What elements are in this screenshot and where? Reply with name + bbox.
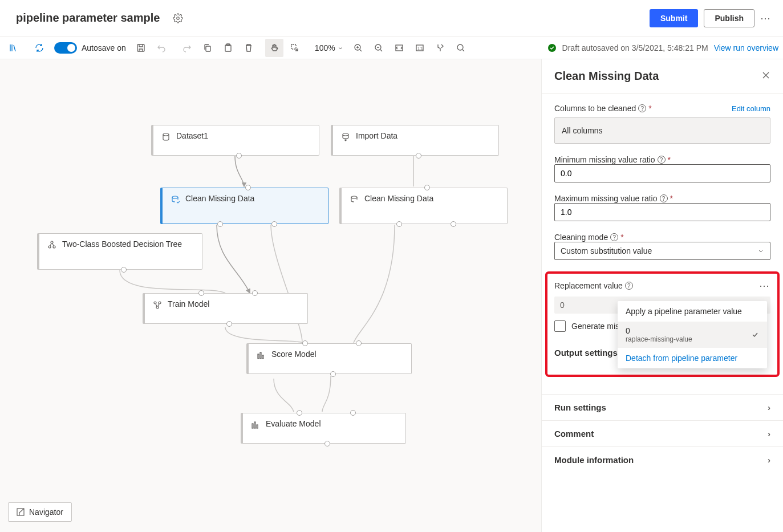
success-icon [547,43,557,52]
zoom-out-icon[interactable] [370,39,388,57]
pan-icon[interactable] [265,39,283,57]
autolayout-icon[interactable] [431,39,449,57]
columns-label: Columns to be cleaned ? * [554,104,652,113]
chevron-right-icon: › [768,403,770,412]
node-clean-missing-2[interactable]: Clean Missing Data [339,188,508,224]
navigator-icon [17,508,25,516]
chevron-right-icon: › [768,455,770,465]
cleanup-icon [171,195,180,206]
run-settings-section[interactable]: Run settings › [542,394,783,420]
cleaning-mode-select[interactable]: Custom substitution value [554,242,770,260]
help-icon[interactable]: ? [610,233,618,241]
help-icon[interactable]: ? [658,156,666,164]
panel-title: Clean Missing Data [554,70,659,83]
submit-button[interactable]: Submit [650,9,698,27]
properties-panel: Clean Missing Data Columns to be cleaned… [541,59,783,532]
zoom-level[interactable]: 100% [311,43,347,52]
gear-icon[interactable] [169,9,187,27]
detach-link[interactable]: Detach from pipeline parameter [618,348,767,368]
edit-column-link[interactable]: Edit column [732,104,770,113]
svg-rect-5 [291,44,296,49]
svg-rect-1 [137,44,144,51]
help-icon[interactable]: ? [625,282,633,290]
comment-section[interactable]: Comment › [542,420,783,446]
max-ratio-label: Maximum missing value ratio ? * [554,194,770,203]
replacement-label: Replacement value ? [554,281,633,290]
import-icon [341,132,350,143]
node-clean-missing-1[interactable]: Clean Missing Data [160,188,328,224]
delete-icon[interactable] [240,39,258,57]
autosave-label: Autosave on [82,43,126,52]
svg-point-15 [172,196,178,198]
svg-point-14 [343,133,348,136]
navigator-button[interactable]: Navigator [8,502,72,522]
actual-size-icon[interactable]: 1:1 [411,39,429,57]
svg-rect-3 [225,45,231,51]
popup-header: Apply a pipeline parameter value [618,301,767,322]
node-train-model[interactable]: Train Model [143,293,308,324]
svg-point-13 [163,133,169,136]
search-icon[interactable] [452,39,470,57]
help-icon[interactable]: ? [638,104,646,112]
max-ratio-input[interactable] [554,203,770,221]
generate-missing-label: Generate miss [571,322,623,331]
fit-icon[interactable] [390,39,408,57]
node-evaluate-model[interactable]: Evaluate Model [241,413,406,444]
columns-value: All columns [554,117,770,144]
svg-point-22 [156,306,159,308]
svg-rect-23 [258,354,259,359]
tree-icon [47,241,56,251]
score-icon [257,351,266,362]
svg-rect-26 [252,424,253,428]
help-icon[interactable]: ? [660,194,668,202]
node-score-model[interactable]: Score Model [246,343,412,374]
svg-rect-28 [257,425,258,428]
publish-button[interactable]: Publish [704,9,754,27]
select-icon[interactable] [286,39,304,57]
svg-point-18 [48,246,51,248]
node-bdt[interactable]: Two-Class Boosted Decision Tree [37,233,202,270]
train-icon [153,300,162,311]
autosave-status: Draft autosaved on 3/5/2021, 5:48:21 PM [562,43,708,52]
undo-icon[interactable] [152,39,171,57]
parameter-popup: Apply a pipeline parameter value 0 rapla… [618,301,767,368]
cleanup-icon [350,195,359,206]
svg-point-20 [154,302,156,304]
field-more-icon[interactable]: ⋯ [759,279,770,292]
svg-rect-25 [262,355,263,359]
svg-point-19 [53,246,55,248]
chevron-down-icon [757,247,764,254]
run-overview-link[interactable]: View run overview [714,43,778,52]
zoom-in-icon[interactable] [349,39,367,57]
min-ratio-label: Minimum missing value ratio ? * [554,155,770,164]
node-import-data[interactable]: Import Data [331,125,499,156]
svg-text:1:1: 1:1 [417,46,423,50]
library-icon[interactable] [5,39,23,57]
module-info-section[interactable]: Module information › [542,446,783,473]
popup-option[interactable]: 0 raplace-missing-value [618,322,767,348]
svg-point-11 [457,44,463,50]
svg-point-0 [177,17,180,19]
paste-icon[interactable] [219,39,237,57]
database-icon [161,132,171,143]
page-title: pipeline parameter sample [16,11,160,25]
svg-rect-24 [260,352,261,359]
more-icon[interactable]: ⋯ [760,12,772,25]
save-icon[interactable] [132,39,150,57]
refresh-icon[interactable] [30,39,48,57]
generate-missing-checkbox[interactable] [554,320,566,332]
close-icon[interactable] [761,71,770,82]
redo-icon[interactable] [178,39,196,57]
evaluate-icon [251,420,260,431]
app-header: pipeline parameter sample Submit Publish… [0,0,783,36]
toolbar: Autosave on 100% 1:1 Draft autosaved on … [0,36,783,59]
copy-icon[interactable] [198,39,217,57]
check-icon [751,331,759,339]
min-ratio-input[interactable] [554,164,770,182]
svg-point-17 [51,241,53,243]
node-dataset1[interactable]: Dataset1 [151,125,319,156]
svg-point-21 [159,302,161,304]
chevron-right-icon: › [768,429,770,438]
autosave-toggle[interactable] [54,42,77,54]
svg-rect-2 [206,46,210,51]
